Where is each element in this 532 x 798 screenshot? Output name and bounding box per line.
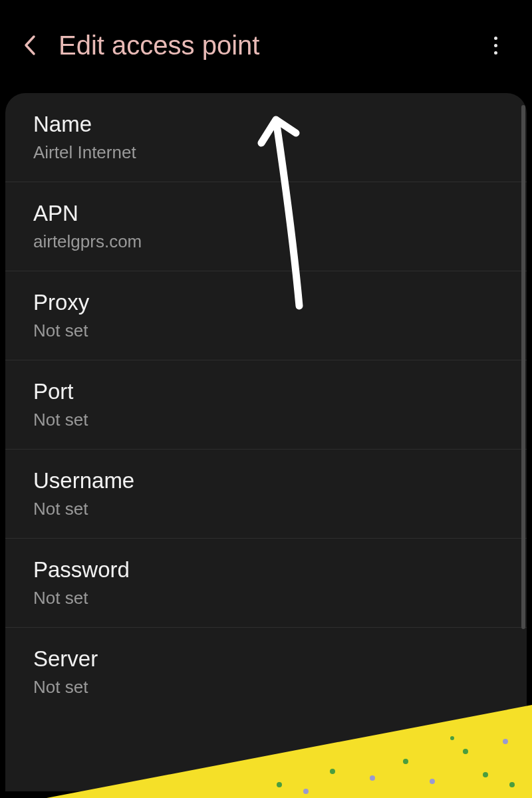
field-label: Username [33,468,499,493]
settings-panel: Name Airtel Internet APN airtelgprs.com … [5,93,527,791]
field-label: Name [33,112,499,137]
field-value: Not set [33,321,499,341]
field-value: Airtel Internet [33,142,499,163]
field-value: Not set [33,410,499,430]
field-password[interactable]: Password Not set [5,539,527,628]
field-label: APN [33,201,499,226]
field-label: Server [33,646,499,672]
field-value: airtelgprs.com [33,231,499,252]
page-title: Edit access point [59,31,485,61]
field-value: Not set [33,588,499,608]
field-port[interactable]: Port Not set [5,360,527,450]
back-button[interactable] [20,35,40,55]
app-header: Edit access point [0,0,532,93]
field-server[interactable]: Server Not set [5,628,527,716]
field-value: Not set [33,499,499,519]
field-apn[interactable]: APN airtelgprs.com [5,182,527,271]
scrollbar[interactable] [521,105,525,629]
field-label: Port [33,379,499,404]
field-username[interactable]: Username Not set [5,450,527,539]
settings-list: Name Airtel Internet APN airtelgprs.com … [5,93,527,791]
field-proxy[interactable]: Proxy Not set [5,271,527,360]
field-label: Proxy [33,290,499,315]
chevron-left-icon [23,34,37,57]
field-label: Password [33,557,499,583]
field-value: Not set [33,677,499,698]
more-vertical-icon [494,37,497,40]
more-options-button[interactable] [485,32,505,59]
field-name[interactable]: Name Airtel Internet [5,93,527,182]
